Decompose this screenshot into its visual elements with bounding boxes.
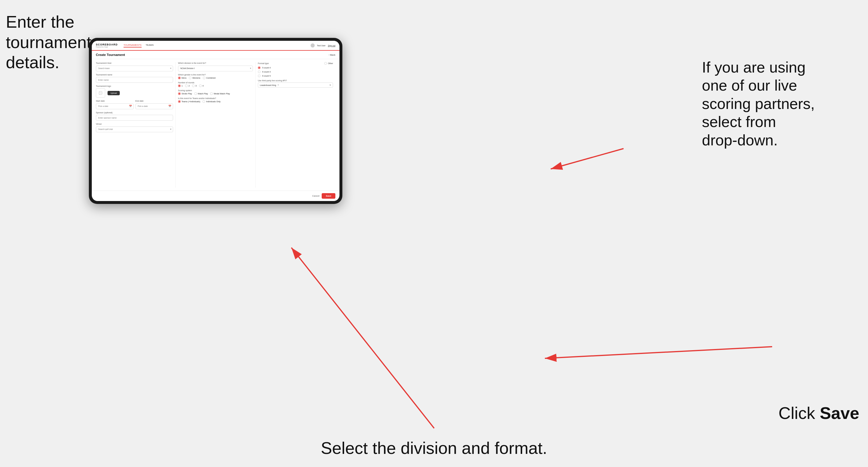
format-other[interactable]: Other [324,62,333,65]
event-individuals-radio[interactable] [203,100,205,103]
rounds-3-label: 3 [195,85,197,87]
cancel-button[interactable]: Cancel [312,193,319,199]
scoring-radio-group: Stroke Play Match Play Medal Match Play [178,92,253,95]
scoring-group: Scoring system Stroke Play Match Play [178,89,253,95]
rounds-2-radio[interactable] [185,85,188,87]
format-6count4-radio[interactable] [258,70,260,73]
rounds-2[interactable]: 2 [185,85,190,87]
user-avatar [311,43,315,48]
scoring-stroke-radio[interactable] [178,92,181,95]
venue-dropdown-icon: ▾ [170,128,171,130]
rounds-2-label: 2 [188,85,190,87]
page-header: Create Tournament ‹ Back [92,51,339,59]
venue-input[interactable] [96,126,173,132]
back-button[interactable]: ‹ Back [329,54,335,56]
gender-mens-label: Mens [182,77,186,79]
tournament-name-input[interactable] [96,77,173,83]
event-type-group: Is this event for Teams and/or Individua… [178,97,253,103]
rounds-1[interactable]: 1 [178,85,183,87]
scoring-medal-match[interactable]: Medal Match Play [210,92,230,95]
scoring-stroke[interactable]: Stroke Play [178,92,192,95]
start-date-input[interactable] [96,103,134,109]
format-6count4-label: 6 count 4 [262,71,271,73]
live-scoring-label: Use third-party live scoring API? [258,80,333,82]
gender-mens[interactable]: Mens [178,76,186,79]
live-scoring-dropdown-icon[interactable]: ▾ [330,84,331,87]
start-date-wrapper: 📅 [96,103,134,109]
nav-link-tournaments[interactable]: TOURNAMENTS [124,44,142,48]
gender-label: Which gender is the event for? [178,74,253,76]
end-date-wrapper: 📅 [135,103,174,109]
page-content: Create Tournament ‹ Back Tournament Host… [92,51,339,201]
end-date-input[interactable] [135,103,174,109]
form-col-1: Tournament Host ▾ Tournament name Tourna… [96,62,176,188]
format-6count5-label: 6 count 5 [262,75,271,77]
gender-womens[interactable]: Womens [189,76,200,79]
sponsor-label: Sponsor (optional) [96,112,173,114]
event-teams[interactable]: Teams (+Individuals) [178,100,200,103]
svg-line-1 [551,149,624,169]
gender-womens-label: Womens [192,77,200,79]
format-6count5-radio[interactable] [258,74,260,77]
event-teams-radio[interactable] [178,100,181,103]
calendar-icon-start: 📅 [129,104,132,107]
rounds-group: Number of rounds 1 2 [178,82,253,87]
svg-point-6 [100,92,100,93]
annotation-topright: If you are using one of our live scoring… [702,58,865,149]
dropdown-icon: ▾ [170,67,171,69]
rounds-3[interactable]: 3 [192,85,197,87]
scoring-label: Scoring system [178,89,253,91]
rounds-label: Number of rounds [178,82,253,84]
tournament-host-input[interactable] [96,66,173,71]
scoring-match[interactable]: Match Play [194,92,208,95]
save-button[interactable]: Save [322,193,335,199]
annotation-bottomright-prefix: Click [779,404,820,423]
scoring-medal-label: Medal Match Play [214,93,230,95]
gender-mens-radio[interactable] [178,76,181,79]
format-other-radio[interactable] [324,62,327,65]
sponsor-group: Sponsor (optional) [96,112,173,121]
rounds-1-radio[interactable] [178,85,181,87]
scoring-match-radio[interactable] [194,92,197,95]
nav-link-teams[interactable]: TEAMS [146,44,154,48]
scoring-medal-radio[interactable] [210,92,213,95]
navbar-links: TOURNAMENTS TEAMS [124,44,154,48]
user-name: Test User [317,44,326,46]
logo-placeholder [96,88,105,98]
format-5count4[interactable]: 5 count 4 [258,66,333,69]
rounds-4-radio[interactable] [199,85,202,87]
tournament-name-group: Tournament name [96,74,173,83]
rounds-radio-group: 1 2 3 4 [178,85,253,87]
gender-combined-radio[interactable] [203,76,206,79]
sign-out-link[interactable]: Sign out [328,44,335,46]
live-scoring-group: Use third-party live scoring API? Leader… [258,80,333,88]
logo-upload-area: Upload [96,88,173,98]
format-6count5[interactable]: 6 count 5 [258,74,333,77]
date-row: Start date 📅 End date 📅 [96,100,173,109]
sponsor-input[interactable] [96,115,173,121]
format-6count4[interactable]: 6 count 4 [258,70,333,73]
rounds-3-radio[interactable] [192,85,195,87]
form-footer: Cancel Save [92,190,339,201]
event-type-radio-group: Teams (+Individuals) Individuals Only [178,100,253,103]
gender-combined[interactable]: Combined [203,76,216,79]
end-date-group: End date 📅 [135,100,174,109]
upload-button[interactable]: Upload [107,91,120,95]
format-type-label: Format type [258,62,269,64]
event-individuals[interactable]: Individuals Only [203,100,220,103]
tournament-name-label: Tournament name [96,74,173,76]
gender-group: Which gender is the event for? Mens Wome… [178,74,253,79]
gender-womens-radio[interactable] [189,76,191,79]
event-individuals-label: Individuals Only [206,100,220,102]
scoring-match-label: Match Play [198,93,208,95]
svg-line-3 [545,347,772,358]
tablet-device: SCOREBOARD Powered by Clippit TOURNAMENT… [89,38,342,204]
annotation-topleft-text: Enter the tournament details. [6,12,91,72]
tournament-logo-label: Tournament logo [96,85,173,87]
navbar: SCOREBOARD Powered by Clippit TOURNAMENT… [92,41,339,51]
rounds-4[interactable]: 4 [199,85,204,87]
live-scoring-clear[interactable]: ✕ [277,84,279,86]
format-5count4-radio[interactable] [258,66,260,69]
division-select[interactable]: NCAA Division I [178,66,253,71]
rounds-4-label: 4 [203,85,204,87]
